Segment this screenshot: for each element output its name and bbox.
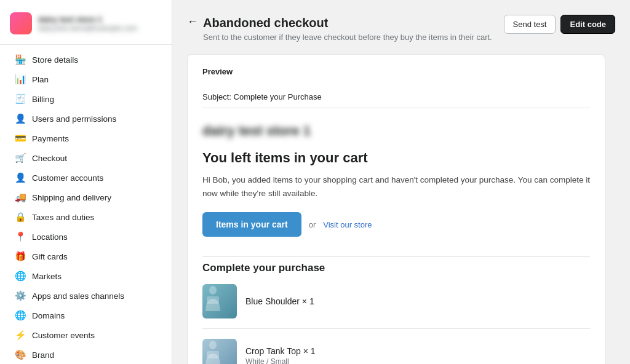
visit-store-link[interactable]: Visit our store — [323, 220, 372, 229]
product-thumbnail-1 — [202, 284, 237, 318]
main-content: ← Abandoned checkout Sent to the custome… — [172, 0, 630, 364]
sidebar-item-gift-cards[interactable]: 🎁Gift cards — [5, 247, 167, 266]
plan-icon: 📊 — [15, 74, 26, 85]
sidebar-item-checkout[interactable]: 🛒Checkout — [5, 148, 167, 168]
locations-icon: 📍 — [15, 231, 26, 242]
product-variant-2: White / Small — [245, 357, 316, 364]
sidebar-item-store-details[interactable]: 🏪Store details — [5, 50, 167, 69]
sidebar-item-taxes-duties[interactable]: 🔒Taxes and duties — [5, 207, 167, 227]
sidebar-item-payments[interactable]: 💳Payments — [5, 129, 167, 148]
subject-value: Complete your Purchase — [234, 92, 322, 101]
product-thumbnail-2 — [202, 339, 237, 364]
sidebar-item-label-payments: Payments — [32, 134, 69, 143]
email-headline: You left items in your cart — [202, 150, 590, 166]
product-list: Blue Shoulder × 1 Crop Tank Top × 1White… — [202, 284, 590, 364]
users-permissions-icon: 👤 — [15, 113, 26, 124]
sidebar-item-label-domains: Domains — [32, 311, 65, 320]
markets-icon: 🌐 — [15, 271, 26, 282]
product-info-1: Blue Shoulder × 1 — [245, 296, 314, 306]
apps-sales-channels-icon: ⚙️ — [15, 290, 26, 301]
sidebar-item-customer-events[interactable]: ⚡Customer events — [5, 325, 167, 345]
sidebar-item-label-store-details: Store details — [32, 55, 78, 65]
sidebar-item-label-taxes-duties: Taxes and duties — [32, 213, 94, 222]
sidebar: dairy test store 1 dairy.test.store@exam… — [0, 0, 172, 364]
sidebar-item-label-billing: Billing — [32, 95, 54, 104]
customer-accounts-icon: 👤 — [15, 172, 26, 183]
sidebar-item-customer-accounts[interactable]: 👤Customer accounts — [5, 168, 167, 188]
edit-code-button[interactable]: Edit code — [560, 15, 615, 34]
product-name-2: Crop Tank Top × 1 — [245, 346, 316, 356]
complete-section-title: Complete your purchase — [202, 256, 590, 274]
sidebar-item-label-shipping-delivery: Shipping and delivery — [32, 193, 111, 202]
email-body: dairy test store 1 You left items in you… — [202, 121, 590, 364]
cta-or-text: or — [309, 220, 316, 229]
email-body-text: Hi Bob, you added items to your shopping… — [202, 173, 590, 200]
sidebar-item-plan[interactable]: 📊Plan — [5, 69, 167, 89]
sidebar-navigation: 🏪Store details📊Plan🧾Billing👤Users and pe… — [0, 50, 172, 364]
sidebar-item-label-users-permissions: Users and permissions — [32, 114, 116, 124]
send-test-button[interactable]: Send test — [504, 15, 556, 34]
email-cta-row: Items in your cart or Visit our store — [202, 212, 590, 237]
sidebar-item-brand[interactable]: 🎨Brand — [5, 345, 167, 364]
domains-icon: 🌐 — [15, 310, 26, 321]
sidebar-item-billing[interactable]: 🧾Billing — [5, 89, 167, 109]
sidebar-item-label-customer-events: Customer events — [32, 331, 95, 340]
product-item-1: Blue Shoulder × 1 — [202, 284, 590, 329]
billing-icon: 🧾 — [15, 93, 26, 105]
back-button[interactable]: ← — [187, 16, 198, 27]
sidebar-item-users-permissions[interactable]: 👤Users and permissions — [5, 109, 167, 129]
product-item-2: Crop Tank Top × 1White / Small — [202, 339, 590, 364]
store-name: dairy test store 1 — [202, 123, 590, 139]
email-subject: Subject: Complete your Purchase — [202, 86, 590, 108]
avatar — [10, 12, 32, 34]
sidebar-item-label-checkout: Checkout — [32, 154, 67, 163]
profile-email: dairy.test.store@example.com — [38, 24, 137, 33]
preview-label: Preview — [202, 67, 590, 76]
profile-name: dairy test store 1 — [38, 15, 137, 24]
shipping-delivery-icon: 🚚 — [15, 192, 26, 203]
sidebar-item-shipping-delivery[interactable]: 🚚Shipping and delivery — [5, 188, 167, 207]
page-title: Abandoned checkout — [203, 15, 492, 31]
payments-icon: 💳 — [15, 133, 26, 144]
sidebar-item-label-plan: Plan — [32, 75, 49, 84]
svg-rect-3 — [207, 351, 219, 358]
preview-card: Preview Subject: Complete your Purchase … — [187, 54, 605, 364]
subject-prefix: Subject: — [202, 92, 234, 101]
store-details-icon: 🏪 — [15, 54, 26, 65]
sidebar-item-domains[interactable]: 🌐Domains — [5, 306, 167, 325]
sidebar-item-markets[interactable]: 🌐Markets — [5, 266, 167, 286]
sidebar-item-label-customer-accounts: Customer accounts — [32, 173, 103, 183]
sidebar-item-locations[interactable]: 📍Locations — [5, 227, 167, 247]
product-name-1: Blue Shoulder × 1 — [245, 296, 314, 306]
sidebar-item-label-apps-sales-channels: Apps and sales channels — [32, 291, 124, 301]
svg-point-2 — [209, 341, 217, 349]
page-actions: Send test Edit code — [504, 15, 615, 34]
items-in-cart-button[interactable]: Items in your cart — [202, 212, 301, 237]
profile-section: dairy test store 1 dairy.test.store@exam… — [0, 7, 172, 45]
checkout-icon: 🛒 — [15, 152, 26, 164]
customer-events-icon: ⚡ — [15, 330, 26, 341]
sidebar-item-label-brand: Brand — [32, 350, 54, 360]
page-subtitle: Sent to the customer if they leave check… — [203, 33, 492, 42]
sidebar-item-apps-sales-channels[interactable]: ⚙️Apps and sales channels — [5, 286, 167, 306]
svg-point-0 — [209, 286, 217, 295]
sidebar-item-label-markets: Markets — [32, 272, 62, 281]
gift-cards-icon: 🎁 — [15, 251, 26, 262]
product-info-2: Crop Tank Top × 1White / Small — [245, 346, 316, 364]
sidebar-item-label-locations: Locations — [32, 232, 68, 242]
page-header: ← Abandoned checkout Sent to the custome… — [187, 15, 615, 42]
svg-rect-1 — [207, 296, 219, 304]
sidebar-item-label-gift-cards: Gift cards — [32, 252, 68, 261]
brand-icon: 🎨 — [15, 349, 26, 360]
taxes-duties-icon: 🔒 — [15, 212, 26, 223]
